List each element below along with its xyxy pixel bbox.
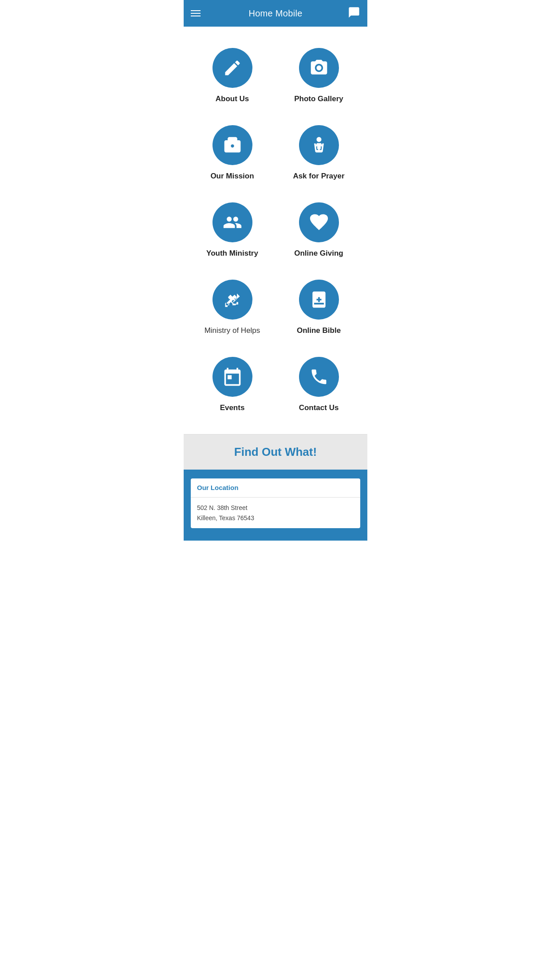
calendar-icon (223, 367, 242, 387)
phone-icon (309, 367, 329, 387)
chat-button[interactable] (348, 6, 360, 20)
online-giving-icon-circle (299, 202, 339, 242)
online-bible-icon-circle (299, 280, 339, 320)
chat-icon (348, 6, 360, 19)
ministry-of-helps-icon-circle (213, 280, 252, 320)
address-line1: 502 N. 38th Street (197, 504, 248, 511)
handshake-icon (223, 290, 242, 309)
grid-item-ask-for-prayer[interactable]: Ask for Prayer (277, 115, 360, 188)
grid-item-online-bible[interactable]: Online Bible (277, 269, 360, 343)
header-title: Home Mobile (248, 8, 302, 19)
footer-section: Our Location 502 N. 38th Street Killeen,… (184, 470, 367, 541)
location-address: 502 N. 38th Street Killeen, Texas 76543 (197, 503, 354, 523)
hand-heart-icon (309, 213, 329, 232)
photo-gallery-label: Photo Gallery (294, 94, 343, 104)
app-header: Home Mobile (184, 0, 367, 27)
online-giving-label: Online Giving (294, 249, 343, 258)
ask-for-prayer-icon-circle (299, 125, 339, 165)
find-out-text: Find Out What! (191, 445, 360, 459)
grid-item-about-us[interactable]: About Us (191, 37, 274, 111)
contact-us-label: Contact Us (299, 403, 339, 413)
location-card-title: Our Location (197, 484, 238, 491)
grid-item-online-giving[interactable]: Online Giving (277, 192, 360, 265)
address-line2: Killeen, Texas 76543 (197, 514, 254, 522)
photo-gallery-icon-circle (299, 48, 339, 88)
hamburger-menu-button[interactable] (191, 10, 201, 16)
grid-item-ministry-of-helps[interactable]: Ministry of Helps (191, 269, 274, 343)
grid-item-contact-us[interactable]: Contact Us (277, 346, 360, 420)
online-bible-label: Online Bible (297, 326, 341, 336)
grid-item-photo-gallery[interactable]: Photo Gallery (277, 37, 360, 111)
youth-ministry-icon-circle (213, 202, 252, 242)
events-label: Events (220, 403, 245, 413)
youth-ministry-label: Youth Ministry (206, 249, 258, 258)
hamburger-line-2 (191, 13, 201, 14)
events-icon-circle (213, 357, 252, 397)
grid-item-events[interactable]: Events (191, 346, 274, 420)
hamburger-line-3 (191, 16, 201, 16)
ask-for-prayer-label: Ask for Prayer (293, 171, 344, 181)
contact-us-icon-circle (299, 357, 339, 397)
bible-icon (309, 290, 329, 309)
about-us-label: About Us (216, 94, 249, 104)
main-grid: About Us Photo Gallery Our Mission Ask f… (184, 27, 367, 434)
ministry-of-helps-label: Ministry of Helps (205, 326, 260, 336)
location-card-body: 502 N. 38th Street Killeen, Texas 76543 (191, 498, 360, 528)
location-card: Our Location 502 N. 38th Street Killeen,… (191, 478, 360, 528)
find-out-section: Find Out What! (184, 435, 367, 470)
find-out-highlight: What! (285, 445, 317, 458)
briefcase-icon (223, 135, 242, 155)
location-card-header: Our Location (191, 478, 360, 498)
our-mission-label: Our Mission (210, 171, 254, 181)
about-us-icon-circle (213, 48, 252, 88)
hamburger-line-1 (191, 10, 201, 11)
edit-icon (223, 58, 242, 78)
grid-item-our-mission[interactable]: Our Mission (191, 115, 274, 188)
our-mission-icon-circle (213, 125, 252, 165)
grid-item-youth-ministry[interactable]: Youth Ministry (191, 192, 274, 265)
camera-icon (309, 58, 329, 78)
pray-icon (309, 135, 329, 155)
find-out-prefix: Find Out (234, 445, 285, 458)
people-icon (223, 213, 242, 232)
